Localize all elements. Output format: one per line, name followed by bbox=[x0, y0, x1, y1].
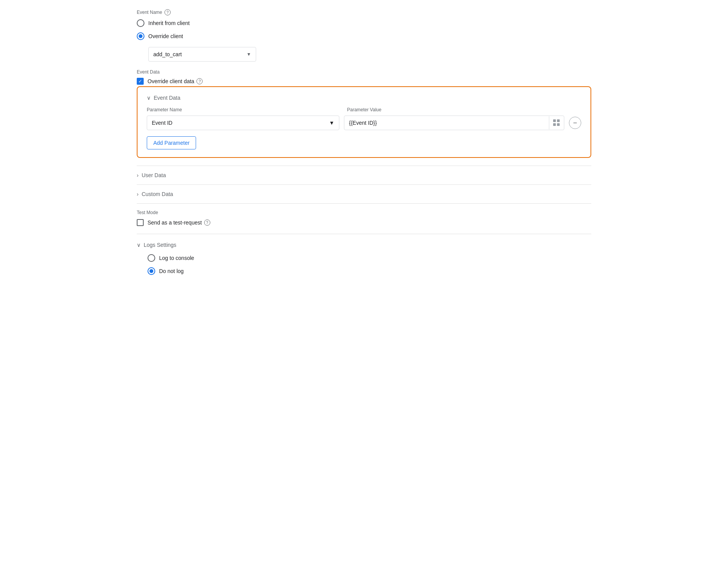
event-name-label: Event Name ? bbox=[137, 9, 591, 15]
logs-settings-section: ∨ Logs Settings Log to console Do not lo… bbox=[137, 236, 591, 288]
event-data-orange-box: ∨ Event Data Parameter Name Parameter Va… bbox=[137, 86, 591, 158]
event-data-collapsible-header[interactable]: ∨ Event Data bbox=[147, 95, 581, 101]
logs-settings-title: Logs Settings bbox=[144, 242, 176, 248]
param-row: Event ID ▼ {{Event ID}} − bbox=[147, 116, 581, 130]
test-mode-checkbox-box bbox=[137, 219, 144, 226]
add-parameter-button[interactable]: Add Parameter bbox=[147, 136, 196, 149]
override-checkbox-label: Override client data ? bbox=[148, 78, 203, 84]
radio-log-console-circle bbox=[148, 254, 155, 262]
radio-override-label: Override client bbox=[148, 33, 183, 39]
override-client-data-checkbox[interactable]: ✓ Override client data ? bbox=[137, 78, 591, 85]
custom-data-title: Custom Data bbox=[142, 191, 173, 197]
test-mode-label: Test Mode bbox=[137, 210, 591, 215]
override-checkbox-box: ✓ bbox=[137, 78, 144, 85]
param-value-label: Parameter Value bbox=[347, 107, 581, 112]
dropdown-value: add_to_cart bbox=[153, 51, 182, 57]
remove-param-button[interactable]: − bbox=[569, 117, 581, 129]
test-mode-section: Test Mode Send as a test-request ? bbox=[137, 203, 591, 232]
event-name-help-icon[interactable]: ? bbox=[164, 9, 171, 15]
checkmark-icon: ✓ bbox=[138, 79, 142, 84]
radio-override[interactable]: Override client bbox=[137, 32, 591, 40]
radio-inherit[interactable]: Inherit from client bbox=[137, 19, 591, 27]
divider bbox=[137, 234, 591, 234]
user-data-title: User Data bbox=[142, 172, 166, 178]
event-data-collapsible-title: Event Data bbox=[154, 95, 180, 101]
event-name-radio-group: Inherit from client Override client bbox=[137, 19, 591, 40]
radio-inherit-circle bbox=[137, 19, 144, 27]
radio-do-not-log-circle bbox=[148, 267, 155, 275]
user-data-expand-icon: › bbox=[137, 172, 139, 178]
radio-do-not-log-label: Do not log bbox=[159, 268, 184, 274]
user-data-section[interactable]: › User Data bbox=[137, 166, 591, 184]
dropdown-arrow-icon: ▼ bbox=[247, 52, 251, 57]
test-mode-checkbox[interactable]: Send as a test-request ? bbox=[137, 219, 591, 226]
event-data-section: Event Data ✓ Override client data ? bbox=[137, 69, 591, 85]
logs-settings-header[interactable]: ∨ Logs Settings bbox=[137, 242, 591, 248]
minus-icon: − bbox=[573, 119, 577, 127]
radio-inherit-label: Inherit from client bbox=[148, 20, 190, 26]
test-mode-checkbox-label: Send as a test-request ? bbox=[148, 219, 210, 226]
radio-log-console-label: Log to console bbox=[159, 255, 194, 261]
param-name-label: Parameter Name bbox=[147, 107, 339, 112]
custom-data-expand-icon: › bbox=[137, 191, 139, 197]
test-mode-help-icon[interactable]: ? bbox=[204, 219, 210, 226]
param-value-text[interactable]: {{Event ID}} bbox=[344, 116, 549, 130]
param-value-input: {{Event ID}} bbox=[344, 116, 564, 130]
event-name-dropdown[interactable]: add_to_cart ▼ bbox=[148, 47, 256, 62]
event-data-section-label: Event Data bbox=[137, 69, 591, 75]
logs-collapse-icon: ∨ bbox=[137, 242, 141, 248]
param-labels-row: Parameter Name Parameter Value bbox=[147, 107, 581, 112]
event-name-dropdown-container: add_to_cart ▼ bbox=[148, 47, 591, 62]
param-name-dropdown[interactable]: Event ID ▼ bbox=[147, 116, 339, 130]
variable-picker-icon[interactable] bbox=[549, 116, 564, 129]
collapse-icon: ∨ bbox=[147, 95, 151, 101]
logs-radio-group: Log to console Do not log bbox=[148, 254, 591, 275]
param-name-value: Event ID bbox=[152, 120, 173, 126]
override-help-icon[interactable]: ? bbox=[196, 78, 203, 84]
param-name-dropdown-arrow-icon: ▼ bbox=[329, 120, 334, 126]
custom-data-section[interactable]: › Custom Data bbox=[137, 184, 591, 203]
radio-do-not-log[interactable]: Do not log bbox=[148, 267, 591, 275]
radio-override-circle bbox=[137, 32, 144, 40]
block-icon-grid bbox=[553, 119, 560, 126]
radio-log-console[interactable]: Log to console bbox=[148, 254, 591, 262]
